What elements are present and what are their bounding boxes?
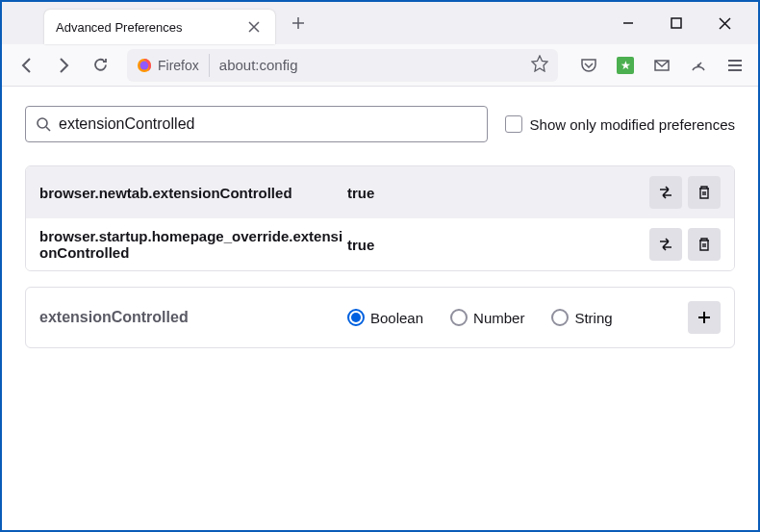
radio-icon [450, 309, 468, 326]
checkbox-icon [505, 115, 522, 133]
titlebar: Advanced Preferences [2, 2, 758, 44]
radio-icon [551, 309, 569, 326]
firefox-icon [137, 58, 152, 73]
pref-name: browser.startup.homepage_override.extens… [39, 228, 347, 261]
bookmark-star-icon[interactable] [531, 55, 548, 76]
search-box[interactable] [25, 106, 488, 142]
identity-box[interactable]: Firefox [137, 54, 210, 77]
toggle-button[interactable] [649, 228, 682, 261]
delete-button[interactable] [688, 176, 721, 209]
pref-row[interactable]: browser.startup.homepage_override.extens… [26, 218, 734, 270]
pocket-icon[interactable] [575, 52, 602, 79]
pref-name: browser.newtab.extensionControlled [39, 185, 347, 201]
maximize-button[interactable] [662, 9, 691, 38]
plus-icon [697, 310, 712, 325]
close-icon[interactable] [244, 17, 264, 37]
back-button[interactable] [12, 50, 42, 81]
close-window-button[interactable] [710, 9, 739, 38]
svg-point-4 [38, 118, 47, 128]
type-radio-group: Boolean Number String [347, 309, 688, 326]
radio-number[interactable]: Number [450, 309, 524, 326]
show-modified-checkbox-wrap[interactable]: Show only modified preferences [505, 115, 735, 133]
checkbox-label: Show only modified preferences [530, 116, 735, 133]
add-pref-row: extensionControlled Boolean Number Strin… [25, 287, 735, 348]
reload-button[interactable] [85, 50, 115, 81]
pref-value: true [347, 237, 649, 253]
radio-string[interactable]: String [551, 309, 612, 326]
content-area: Show only modified preferences browser.n… [2, 87, 758, 367]
speed-icon[interactable] [685, 52, 712, 79]
search-input[interactable] [59, 115, 477, 133]
forward-button[interactable] [48, 50, 79, 81]
new-tab-button[interactable] [283, 8, 314, 38]
menu-button[interactable] [722, 52, 748, 79]
toggle-button[interactable] [649, 176, 682, 209]
preferences-list: browser.newtab.extensionControlled true … [25, 165, 735, 271]
url-text: about:config [219, 57, 531, 73]
browser-tab[interactable]: Advanced Preferences [44, 10, 275, 44]
minimize-button[interactable] [614, 9, 643, 38]
tab-title: Advanced Preferences [56, 20, 244, 35]
delete-button[interactable] [688, 228, 721, 261]
inbox-icon[interactable] [648, 52, 675, 79]
pref-value: true [347, 185, 649, 201]
radio-icon [347, 309, 365, 326]
pref-row[interactable]: browser.newtab.extensionControlled true [26, 166, 734, 218]
svg-point-3 [697, 63, 700, 66]
radio-boolean[interactable]: Boolean [347, 309, 423, 326]
identity-label: Firefox [158, 58, 199, 73]
add-pref-name: extensionControlled [39, 309, 347, 326]
extension-icon[interactable]: ★ [612, 52, 639, 79]
add-button[interactable] [688, 301, 721, 334]
url-bar[interactable]: Firefox about:config [127, 49, 558, 82]
navigation-toolbar: Firefox about:config ★ [2, 44, 758, 87]
window-controls [614, 9, 758, 38]
svg-rect-0 [671, 18, 681, 28]
search-icon [36, 116, 51, 132]
